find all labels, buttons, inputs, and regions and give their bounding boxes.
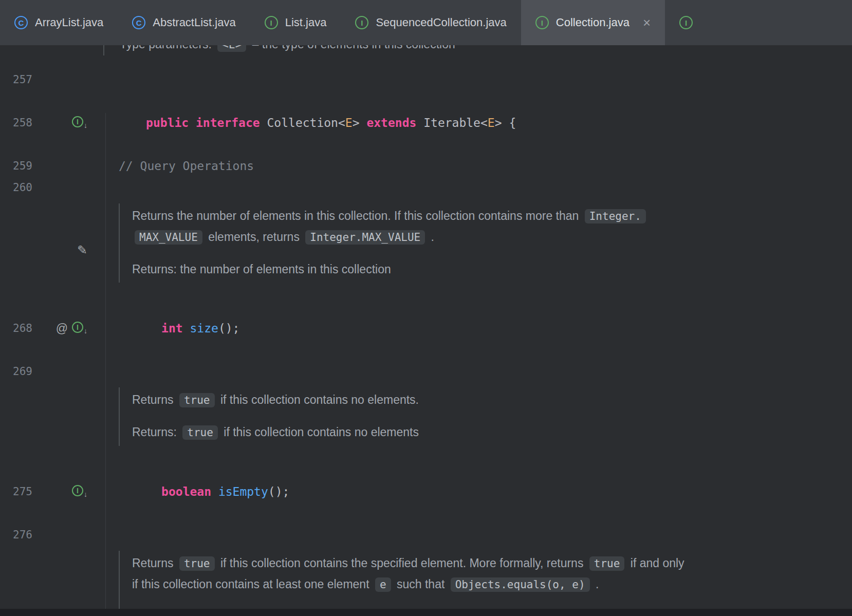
comment: // Query Operations bbox=[119, 159, 254, 173]
code-line-275[interactable]: 275 I↓ boolean isEmpty(); bbox=[0, 459, 852, 524]
doc-text: such that bbox=[397, 577, 444, 591]
implementations-gutter-icon[interactable]: I↓ bbox=[72, 116, 87, 129]
tab-label: List.java bbox=[285, 16, 327, 29]
gutter bbox=[0, 45, 101, 55]
line-number[interactable]: 260 bbox=[13, 181, 40, 194]
tab-partial[interactable]: I bbox=[665, 0, 714, 45]
line-number[interactable]: 276 bbox=[13, 529, 40, 541]
doc-block-contains: Returns true if this collection contains… bbox=[0, 546, 852, 609]
keyword: boolean bbox=[161, 485, 218, 498]
tab-collection-active[interactable]: I Collection.java × bbox=[521, 0, 665, 45]
line-number[interactable]: 268 bbox=[13, 322, 40, 334]
interface-icon: I bbox=[72, 116, 83, 127]
doc-text: if this collection contains at least one… bbox=[132, 577, 369, 591]
punct: > bbox=[353, 116, 367, 129]
clipped-doc-line: Type parameters: <E> – the type of eleme… bbox=[0, 45, 852, 55]
keyword: extends bbox=[366, 116, 423, 129]
type-param: E bbox=[345, 116, 353, 129]
tab-list[interactable]: I List.java bbox=[250, 0, 341, 45]
editor-tab-bar: C ArrayList.java C AbstractList.java I L… bbox=[0, 0, 852, 45]
down-arrow-icon: ↓ bbox=[84, 490, 87, 498]
code-line-259[interactable]: 259 // Query Operations bbox=[0, 155, 852, 177]
doc-text: . bbox=[431, 230, 434, 244]
doc-paragraph: Returns the number of elements in this c… bbox=[132, 206, 826, 248]
code-line-258[interactable]: 258 I↓ public interface Collection<E> ex… bbox=[0, 90, 852, 155]
implementations-gutter-icon[interactable]: I↓ bbox=[72, 485, 87, 498]
code-line-260[interactable]: 260 bbox=[0, 177, 852, 198]
code-line-257[interactable]: 257 bbox=[0, 69, 852, 90]
code-chip: Objects.equals(o, e) bbox=[451, 577, 590, 592]
class-icon: C bbox=[132, 16, 145, 29]
doc-params: Params: o – element whose presence in th… bbox=[132, 606, 826, 609]
punct: (); bbox=[268, 485, 290, 498]
doc-text: Type parameters: bbox=[120, 45, 212, 51]
doc-text: Returns the number of elements in this c… bbox=[132, 209, 579, 222]
method-name: size bbox=[190, 322, 218, 335]
doc-label: Returns: bbox=[132, 263, 177, 276]
code-chip: e bbox=[375, 577, 391, 592]
down-arrow-icon: ↓ bbox=[84, 327, 87, 335]
doc-block-border: Type parameters: <E> – the type of eleme… bbox=[103, 45, 852, 55]
keyword: int bbox=[161, 322, 190, 335]
interface-icon: I bbox=[679, 16, 693, 29]
type-param: E bbox=[488, 116, 495, 129]
doc-text: if and only bbox=[631, 556, 684, 570]
interface-icon: I bbox=[355, 16, 368, 29]
doc-text: if this collection contains no elements bbox=[224, 425, 419, 439]
keyword: public interface bbox=[146, 116, 267, 129]
edit-comment-icon[interactable]: ✎ bbox=[77, 243, 87, 257]
tab-abstractlist[interactable]: C AbstractList.java bbox=[118, 0, 250, 45]
tab-label: AbstractList.java bbox=[153, 16, 235, 29]
code-chip: true bbox=[182, 425, 218, 440]
doc-returns: Returns: true if this collection contain… bbox=[132, 422, 826, 443]
doc-text: Returns bbox=[132, 556, 174, 570]
doc-paragraph: Returns true if this collection contains… bbox=[132, 553, 826, 595]
down-arrow-icon: ↓ bbox=[84, 121, 87, 129]
line-number[interactable]: 257 bbox=[13, 73, 40, 86]
doc-block-isempty: Returns true if this collection contains… bbox=[0, 382, 852, 459]
class-icon: C bbox=[14, 16, 28, 29]
punct: { bbox=[509, 116, 516, 129]
punct: (); bbox=[218, 322, 240, 335]
doc-label: Returns: bbox=[132, 425, 177, 439]
code-line-269[interactable]: 269 bbox=[0, 361, 852, 382]
annotation-gutter-icon[interactable]: @ bbox=[56, 322, 68, 335]
type-name: Collection bbox=[267, 116, 338, 129]
doc-text: – the type of elements in this collectio… bbox=[252, 45, 455, 51]
code-chip: true bbox=[179, 556, 215, 571]
punct: < bbox=[480, 116, 488, 129]
code-chip: MAX_VALUE bbox=[135, 230, 202, 245]
interface-icon: I bbox=[72, 322, 83, 333]
interface-icon: I bbox=[72, 485, 83, 496]
line-number[interactable]: 258 bbox=[13, 117, 40, 129]
line-number[interactable]: 269 bbox=[13, 365, 40, 378]
tab-label: Collection.java bbox=[556, 16, 629, 29]
tab-sequencedcollection[interactable]: I SequencedCollection.java bbox=[341, 0, 521, 45]
interface-icon: I bbox=[265, 16, 278, 29]
line-number[interactable]: 259 bbox=[13, 160, 40, 172]
punct: < bbox=[338, 116, 345, 129]
code-chip: <E> bbox=[217, 45, 246, 52]
doc-paragraph: Returns true if this collection contains… bbox=[132, 389, 826, 410]
punct: > bbox=[495, 116, 509, 129]
indent-guide bbox=[105, 113, 106, 609]
code-chip: Integer. bbox=[585, 209, 646, 223]
code-editor[interactable]: Type parameters: <E> – the type of eleme… bbox=[0, 45, 852, 609]
implementations-gutter-icon[interactable]: I↓ bbox=[72, 322, 87, 335]
doc-text: the number of elements in this collectio… bbox=[180, 263, 391, 276]
interface-icon: I bbox=[535, 16, 549, 29]
close-icon[interactable]: × bbox=[643, 16, 651, 29]
doc-text: Returns bbox=[132, 393, 174, 406]
code-chip: true bbox=[589, 556, 625, 571]
doc-text: if this collection contains the specifie… bbox=[220, 556, 584, 570]
method-name: isEmpty bbox=[218, 485, 268, 498]
doc-returns: Returns: the number of elements in this … bbox=[132, 259, 826, 279]
code-line-276[interactable]: 276 bbox=[0, 524, 852, 546]
code-line-268[interactable]: 268 @ I↓ int size(); bbox=[0, 296, 852, 361]
tab-arraylist[interactable]: C ArrayList.java bbox=[0, 0, 118, 45]
code-chip: true bbox=[179, 393, 215, 407]
line-number[interactable]: 275 bbox=[13, 486, 40, 498]
tab-label: ArrayList.java bbox=[35, 16, 103, 29]
type-name: Iterable bbox=[423, 116, 480, 129]
doc-text: elements, returns bbox=[208, 230, 300, 244]
